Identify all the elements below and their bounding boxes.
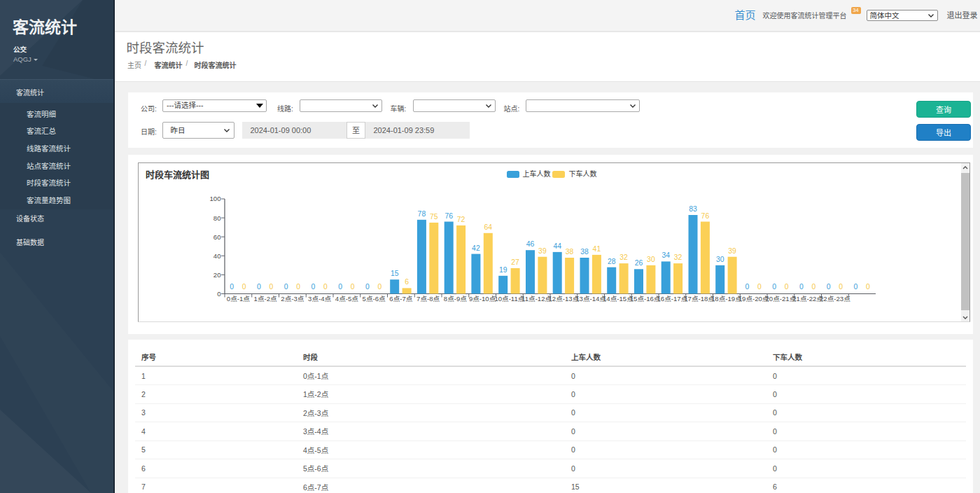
svg-text:14点-15点: 14点-15点 [603, 295, 634, 303]
svg-text:13点-14点: 13点-14点 [575, 295, 606, 303]
svg-text:1点-2点: 1点-2点 [254, 295, 277, 303]
svg-text:30: 30 [647, 256, 655, 263]
svg-text:39: 39 [538, 247, 547, 255]
svg-text:0: 0 [799, 283, 804, 291]
svg-text:34: 34 [662, 251, 670, 259]
svg-text:30: 30 [716, 256, 724, 263]
svg-text:12点-13点: 12点-13点 [549, 295, 580, 303]
svg-text:5点-6点: 5点-6点 [363, 295, 386, 303]
svg-text:19: 19 [499, 266, 507, 274]
svg-text:9点-10点: 9点-10点 [469, 295, 496, 303]
svg-text:0: 0 [757, 283, 762, 291]
svg-text:22点-23点: 22点-23点 [820, 295, 850, 303]
svg-text:21点-22点: 21点-22点 [792, 295, 823, 303]
svg-text:3点-4点: 3点-4点 [308, 295, 331, 303]
svg-text:44: 44 [553, 242, 561, 250]
svg-text:26: 26 [635, 259, 643, 267]
svg-text:0: 0 [812, 283, 816, 291]
svg-text:0: 0 [827, 283, 831, 291]
svg-text:15点-16点: 15点-16点 [630, 295, 661, 303]
svg-text:0: 0 [296, 283, 300, 291]
svg-text:0: 0 [323, 283, 328, 291]
svg-text:0: 0 [785, 283, 789, 291]
svg-text:0: 0 [257, 283, 261, 291]
svg-text:64: 64 [484, 223, 493, 231]
svg-text:0: 0 [866, 283, 870, 291]
svg-text:80: 80 [214, 214, 221, 222]
svg-text:7点-8点: 7点-8点 [416, 295, 440, 303]
svg-text:76: 76 [444, 212, 453, 220]
svg-text:2点-3点: 2点-3点 [281, 295, 304, 303]
svg-text:40: 40 [214, 252, 221, 260]
svg-text:0: 0 [312, 283, 316, 291]
svg-text:6: 6 [405, 278, 409, 286]
svg-text:41: 41 [593, 245, 601, 253]
svg-text:18点-19点: 18点-19点 [711, 295, 742, 303]
svg-text:83: 83 [689, 205, 697, 213]
svg-text:0: 0 [377, 283, 382, 291]
svg-text:0: 0 [746, 283, 750, 291]
svg-text:0: 0 [217, 290, 220, 298]
svg-text:10点-11点: 10点-11点 [494, 295, 524, 303]
svg-text:20: 20 [214, 271, 221, 279]
svg-text:0: 0 [242, 283, 246, 291]
svg-text:0: 0 [854, 283, 858, 291]
svg-text:76: 76 [701, 212, 710, 220]
svg-text:17点-18点: 17点-18点 [684, 295, 715, 303]
svg-text:32: 32 [674, 254, 682, 261]
svg-text:0: 0 [351, 283, 355, 291]
svg-text:0: 0 [365, 283, 370, 291]
svg-text:28: 28 [608, 258, 616, 265]
svg-text:38: 38 [580, 248, 589, 256]
svg-text:11点-12点: 11点-12点 [522, 295, 552, 303]
svg-text:42: 42 [472, 244, 480, 252]
svg-text:60: 60 [214, 233, 221, 241]
svg-text:75: 75 [430, 213, 438, 221]
svg-text:20点-21点: 20点-21点 [766, 295, 797, 303]
svg-text:27: 27 [511, 258, 519, 266]
svg-text:8点-9点: 8点-9点 [444, 295, 467, 303]
svg-text:0: 0 [230, 283, 234, 291]
svg-text:0: 0 [284, 283, 288, 291]
svg-text:0点-1点: 0点-1点 [227, 295, 250, 303]
svg-text:15: 15 [391, 270, 399, 277]
svg-text:19点-20点: 19点-20点 [738, 295, 769, 303]
svg-text:39: 39 [728, 247, 736, 255]
svg-text:4点-5点: 4点-5点 [335, 295, 358, 303]
svg-text:38: 38 [566, 248, 574, 256]
svg-text:6点-7点: 6点-7点 [389, 295, 412, 303]
svg-text:78: 78 [418, 210, 426, 218]
svg-text:0: 0 [269, 283, 273, 291]
svg-text:0: 0 [839, 283, 843, 291]
svg-text:32: 32 [620, 254, 628, 261]
svg-text:0: 0 [772, 283, 776, 291]
svg-text:100: 100 [209, 195, 220, 202]
svg-text:46: 46 [526, 240, 535, 248]
svg-text:16点-17点: 16点-17点 [657, 295, 688, 303]
svg-text:72: 72 [457, 216, 465, 223]
svg-text:0: 0 [338, 283, 342, 291]
